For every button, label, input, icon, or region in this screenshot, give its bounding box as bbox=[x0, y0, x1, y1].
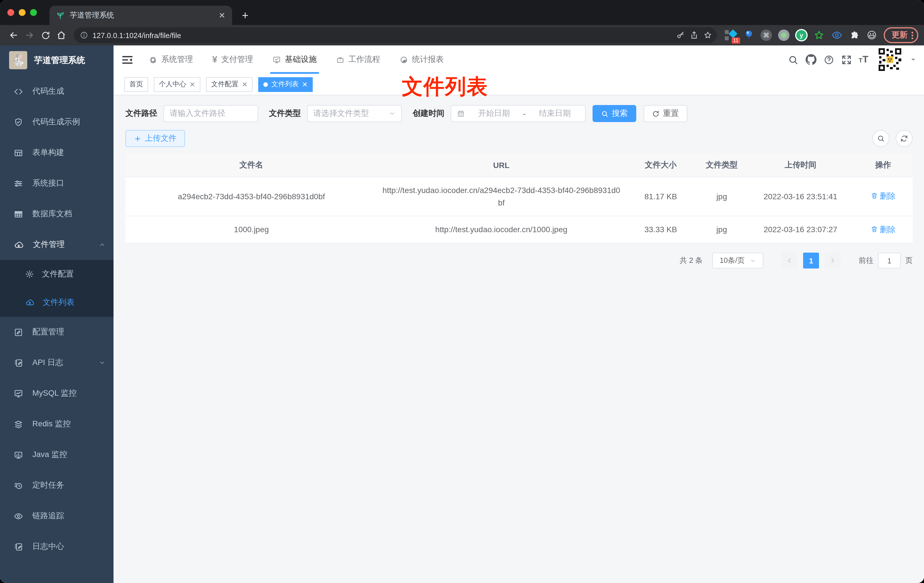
browser-tab[interactable]: 芋道管理系统 ✕ bbox=[50, 6, 232, 25]
header-actions: TT bbox=[788, 47, 916, 72]
dashboard-icon bbox=[399, 55, 408, 64]
ext-star-icon[interactable] bbox=[813, 29, 825, 41]
share-icon[interactable] bbox=[690, 31, 699, 40]
page-content: 文件路径 请输入文件路径 文件类型 请选择文件类型 创建时间 开始日期 - 结 bbox=[114, 95, 924, 583]
close-icon[interactable]: ✕ bbox=[302, 81, 308, 88]
address-bar[interactable]: 127.0.0.1:1024/infra/file/file bbox=[74, 27, 717, 43]
date-range-picker[interactable]: 开始日期 - 结束日期 bbox=[450, 105, 586, 122]
sidebar-item-scheduled-tasks[interactable]: 定时任务 bbox=[0, 470, 114, 501]
delete-button[interactable]: 删除 bbox=[871, 190, 896, 202]
close-icon[interactable]: ✕ bbox=[190, 81, 195, 88]
tag-file-list[interactable]: 文件列表✕ bbox=[258, 77, 313, 92]
top-nav: 系统管理 ¥ 支付管理 基础设施 工作流程 bbox=[139, 45, 454, 74]
new-tab-button[interactable]: + bbox=[237, 7, 254, 24]
ext-command-icon[interactable]: ⌘ bbox=[760, 29, 772, 41]
github-icon[interactable] bbox=[805, 54, 817, 65]
sidebar-item-code-example[interactable]: 代码生成示例 bbox=[0, 107, 114, 137]
sidebar-item-file-list[interactable]: 文件列表 bbox=[0, 288, 114, 317]
plus-icon bbox=[134, 135, 141, 142]
ext-puzzle-icon[interactable] bbox=[848, 29, 860, 41]
sidebar-item-trace[interactable]: 链路追踪 bbox=[0, 501, 114, 531]
ext-y-icon[interactable]: y bbox=[795, 29, 808, 41]
goto-page-input[interactable]: 1 bbox=[878, 253, 901, 269]
file-type-label: 文件类型 bbox=[269, 109, 301, 119]
file-type-select[interactable]: 请选择文件类型 bbox=[307, 105, 402, 122]
maximize-window-button[interactable] bbox=[30, 9, 37, 16]
font-size-icon[interactable]: TT bbox=[859, 54, 868, 65]
help-icon[interactable] bbox=[823, 54, 834, 65]
sidebar-item-file-config[interactable]: 文件配置 bbox=[0, 260, 114, 288]
sidebar-logo[interactable]: 🐇 芋道管理系统 bbox=[0, 45, 114, 75]
chevron-down-icon bbox=[750, 258, 756, 264]
trash-icon bbox=[871, 225, 878, 233]
sidebar-item-java-monitor[interactable]: Java 监控 bbox=[0, 439, 114, 470]
user-avatar-qr[interactable] bbox=[878, 47, 903, 72]
ext-gray-green-icon[interactable] bbox=[777, 29, 790, 41]
sidebar-item-log-center[interactable]: 日志中心 bbox=[0, 531, 114, 562]
topnav-item-system[interactable]: 系统管理 bbox=[139, 45, 203, 74]
ext-eye-icon[interactable] bbox=[830, 29, 843, 41]
monitor-icon bbox=[13, 450, 23, 459]
cell-file-name: a294ecb2-73dd-4353-bf40-296b8931d0bf bbox=[125, 177, 378, 216]
sidebar-item-file-management[interactable]: 文件管理 bbox=[0, 230, 114, 260]
tag-home[interactable]: 首页 bbox=[124, 77, 148, 92]
search-button[interactable]: 搜索 bbox=[592, 105, 636, 122]
sidebar-item-db-doc[interactable]: 数据库文档 bbox=[0, 199, 114, 230]
forward-icon[interactable] bbox=[21, 27, 38, 43]
sidebar-item-redis-monitor[interactable]: Redis 监控 bbox=[0, 409, 114, 439]
monitor-chart-icon bbox=[13, 388, 23, 398]
page-number-current[interactable]: 1 bbox=[803, 253, 819, 269]
database-table-icon bbox=[13, 209, 23, 219]
toggle-search-button[interactable] bbox=[872, 130, 889, 147]
sidebar-item-code-generation[interactable]: 代码生成 bbox=[0, 76, 114, 107]
sidebar-collapse-icon[interactable] bbox=[122, 54, 134, 66]
topnav-item-workflow[interactable]: 工作流程 bbox=[326, 45, 390, 74]
fullscreen-icon[interactable] bbox=[841, 54, 852, 65]
bookmark-star-icon[interactable] bbox=[703, 31, 712, 40]
file-path-input[interactable]: 请输入文件路径 bbox=[163, 105, 258, 122]
toolbar-right bbox=[872, 130, 912, 147]
profile-avatar-icon[interactable]: 😃 bbox=[866, 29, 878, 41]
app-title: 芋道管理系统 bbox=[34, 55, 85, 66]
sidebar-item-system-api[interactable]: 系统接口 bbox=[0, 168, 114, 199]
upload-file-button[interactable]: 上传文件 bbox=[125, 130, 185, 147]
topnav-item-reports[interactable]: 统计报表 bbox=[390, 45, 454, 74]
page-size-select[interactable]: 10条/页 bbox=[712, 253, 763, 269]
next-page-button[interactable] bbox=[825, 253, 841, 269]
tag-profile[interactable]: 个人中心✕ bbox=[154, 77, 200, 92]
sidebar-item-form-builder[interactable]: 表单构建 bbox=[0, 137, 114, 168]
goto-label: 前往 bbox=[859, 256, 873, 266]
chevron-down-icon bbox=[99, 359, 106, 366]
calendar-icon bbox=[457, 109, 465, 117]
home-icon[interactable] bbox=[53, 27, 69, 43]
sliders-icon bbox=[13, 178, 23, 188]
cell-file-size: 81.17 KB bbox=[625, 177, 696, 216]
cell-file-type: jpg bbox=[696, 177, 747, 216]
sidebar-item-api-log[interactable]: API 日志 bbox=[0, 347, 114, 378]
close-icon[interactable]: ✕ bbox=[242, 81, 248, 88]
topnav-item-infrastructure[interactable]: 基础设施 bbox=[263, 45, 326, 74]
sidebar-item-config-management[interactable]: 配置管理 bbox=[0, 317, 114, 347]
ext-diamond-icon[interactable]: 11 bbox=[725, 29, 737, 41]
password-key-icon[interactable] bbox=[676, 31, 685, 40]
close-window-button[interactable] bbox=[7, 9, 14, 16]
topnav-item-payment[interactable]: ¥ 支付管理 bbox=[203, 45, 263, 74]
delete-button[interactable]: 删除 bbox=[871, 223, 896, 235]
refresh-table-button[interactable] bbox=[896, 130, 912, 147]
search-icon[interactable] bbox=[788, 54, 799, 65]
ext-balloon-icon[interactable] bbox=[742, 29, 755, 41]
reset-button[interactable]: 重置 bbox=[644, 105, 687, 122]
prev-page-button[interactable] bbox=[782, 253, 797, 269]
menu-dots-icon[interactable] bbox=[911, 31, 913, 39]
sidebar-item-mysql-monitor[interactable]: MySQL 监控 bbox=[0, 378, 114, 409]
caret-down-icon[interactable] bbox=[911, 57, 916, 63]
minimize-window-button[interactable] bbox=[19, 9, 26, 16]
tag-file-config[interactable]: 文件配置✕ bbox=[206, 77, 252, 92]
main-area: 文件列表 系统管理 ¥ 支付管理 基础设施 bbox=[114, 45, 924, 583]
browser-update-button[interactable]: 更新 bbox=[884, 27, 918, 43]
back-icon[interactable] bbox=[6, 27, 21, 43]
tab-close-icon[interactable]: ✕ bbox=[219, 12, 225, 19]
site-info-icon[interactable] bbox=[80, 31, 88, 39]
search-icon bbox=[601, 110, 609, 117]
reload-icon[interactable] bbox=[38, 27, 53, 43]
